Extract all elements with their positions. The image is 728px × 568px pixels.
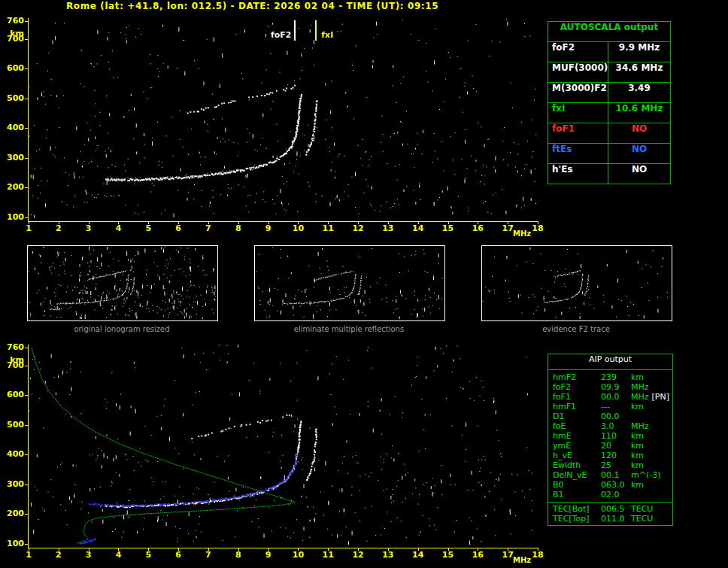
y-tick-label: 600 bbox=[0, 390, 24, 400]
x-tick-label: 9 bbox=[260, 223, 277, 233]
autoscala-row-value: 10.6 MHz bbox=[608, 103, 670, 123]
aip-table: AIP output hmF2239kmfoF209.9MHzfoF100.0M… bbox=[548, 354, 673, 526]
aip-row-label: h_vE bbox=[548, 451, 601, 460]
aip-row-extra: [PN] bbox=[652, 392, 672, 402]
aip-table-title: AIP output bbox=[548, 354, 672, 370]
ionogram-plot-top: 123456789101112131415161718MHz7607006005… bbox=[28, 18, 538, 222]
aip-row-value: 09.9 bbox=[601, 382, 631, 392]
aip-row-value: 006.5 bbox=[601, 504, 631, 514]
autoscala-row-label: foF1 bbox=[548, 123, 608, 143]
autoscala-row-label: ftEs bbox=[548, 144, 608, 163]
autoscala-row: foF29.9 MHz bbox=[548, 42, 670, 62]
aip-row: Ewidth25km bbox=[548, 460, 672, 470]
thumb-f2-trace-canvas bbox=[482, 246, 670, 319]
x-tick-label: 4 bbox=[110, 223, 126, 233]
x-tick-label: 13 bbox=[380, 223, 396, 233]
y-tick bbox=[25, 21, 28, 22]
autoscala-row-value: 3.49 bbox=[608, 83, 670, 102]
aip-row-label: D1 bbox=[548, 412, 601, 421]
x-tick-label: 3 bbox=[80, 223, 97, 233]
aip-row-value: 00.0 bbox=[601, 412, 631, 421]
aip-row: ymE20km bbox=[548, 441, 672, 451]
y-tick bbox=[25, 68, 28, 69]
autoscala-table: AUTOSCALA output foF29.9 MHzMUF(3000)F23… bbox=[548, 21, 671, 184]
autoscala-row: fxI10.6 MHz bbox=[548, 103, 670, 123]
y-tick bbox=[25, 366, 28, 366]
y-tick bbox=[25, 158, 28, 159]
aip-row-value: 3.0 bbox=[601, 421, 631, 431]
thumb-f2-trace bbox=[481, 245, 672, 321]
x-tick-label: 4 bbox=[110, 550, 126, 560]
aip-row-label: foE bbox=[548, 421, 601, 431]
aip-row-value: 20 bbox=[601, 441, 631, 451]
y-axis-unit: km bbox=[0, 29, 24, 39]
ionogram-canvas-bottom bbox=[29, 345, 538, 545]
aip-row-unit bbox=[631, 412, 672, 421]
y-tick-label: 300 bbox=[0, 153, 24, 163]
aip-row-unit: km bbox=[631, 441, 672, 451]
y-axis-unit: km bbox=[0, 355, 24, 366]
x-tick-label: 6 bbox=[170, 550, 187, 560]
aip-row-value: 063.0 bbox=[601, 480, 631, 490]
x-tick-label: 16 bbox=[469, 223, 486, 233]
aip-row-label: B1 bbox=[548, 490, 601, 500]
autoscala-app: Rome (lat: +41.8, lon: 012.5) - DATE: 20… bbox=[0, 0, 728, 568]
y-tick bbox=[25, 39, 28, 40]
y-tick-label: 200 bbox=[0, 509, 24, 519]
x-tick-label: 6 bbox=[170, 223, 187, 233]
aip-row-value: 110 bbox=[601, 431, 631, 441]
x-axis-unit: MHz bbox=[513, 556, 531, 564]
autoscala-table-title: AUTOSCALA output bbox=[548, 22, 670, 42]
y-tick-label: 100 bbox=[0, 212, 24, 223]
autoscala-row: MUF(3000)F234.6 MHz bbox=[548, 62, 670, 83]
x-tick-label: 14 bbox=[410, 550, 426, 560]
y-tick-label: 300 bbox=[0, 479, 24, 490]
autoscala-row-value: NO bbox=[608, 164, 670, 184]
aip-row-unit: m^(-3) bbox=[631, 470, 672, 480]
aip-row-value: 00.1 bbox=[601, 470, 631, 480]
x-tick-label: 2 bbox=[50, 223, 67, 233]
aip-row-unit: km bbox=[631, 402, 672, 412]
x-tick-label: 8 bbox=[230, 223, 247, 233]
y-tick-label: 400 bbox=[0, 123, 24, 133]
x-tick-label: 3 bbox=[80, 550, 97, 560]
autoscala-row: foF1NO bbox=[548, 123, 670, 144]
x-tick-label: 15 bbox=[440, 550, 457, 560]
foF2-marker-label: foF2 bbox=[256, 30, 291, 40]
autoscala-row-label: MUF(3000)F2 bbox=[548, 62, 608, 82]
aip-row-unit: MHz bbox=[631, 421, 672, 431]
autoscala-row-value: NO bbox=[608, 144, 670, 163]
y-tick bbox=[25, 514, 28, 515]
aip-row-label: TEC[Top] bbox=[548, 514, 601, 524]
aip-row: B102.0 bbox=[548, 490, 672, 500]
y-tick-label: 100 bbox=[0, 539, 24, 549]
aip-table-body: hmF2239kmfoF209.9MHzfoF100.0MHz[PN]hmF1-… bbox=[548, 370, 672, 525]
y-tick bbox=[25, 484, 28, 485]
aip-separator bbox=[548, 502, 672, 503]
aip-row: hmF2239km bbox=[548, 372, 672, 382]
aip-row-unit bbox=[631, 490, 672, 500]
y-tick-label: 200 bbox=[0, 182, 24, 193]
y-tick bbox=[25, 395, 28, 396]
fxI-marker-label: fxI bbox=[321, 30, 356, 40]
x-tick-label: 7 bbox=[200, 550, 217, 560]
aip-row-unit: TECU bbox=[631, 514, 672, 524]
autoscala-row-value: 9.9 MHz bbox=[608, 42, 670, 62]
y-tick-label: 760 bbox=[0, 16, 24, 26]
y-tick bbox=[25, 425, 28, 426]
aip-row: DelN_vE00.1m^(-3) bbox=[548, 470, 672, 480]
autoscala-row-label: fxI bbox=[548, 103, 608, 123]
autoscala-row-label: M(3000)F2 bbox=[548, 83, 608, 102]
thumb-caption-reflections: eliminate multiple reflections bbox=[254, 325, 444, 333]
aip-row-unit: MHz[PN] bbox=[631, 392, 672, 402]
aip-row: D100.0 bbox=[548, 412, 672, 421]
x-tick-label: 11 bbox=[320, 223, 336, 233]
aip-row-label: foF1 bbox=[548, 392, 601, 402]
aip-row: h_vE120km bbox=[548, 451, 672, 460]
y-tick-label: 500 bbox=[0, 93, 24, 104]
autoscala-row-value: 34.6 MHz bbox=[608, 62, 670, 82]
x-tick-label: 8 bbox=[230, 550, 247, 560]
x-tick-label: 5 bbox=[140, 223, 156, 233]
thumb-original-ionogram bbox=[27, 245, 218, 321]
aip-row: foE3.0MHz bbox=[548, 421, 672, 431]
